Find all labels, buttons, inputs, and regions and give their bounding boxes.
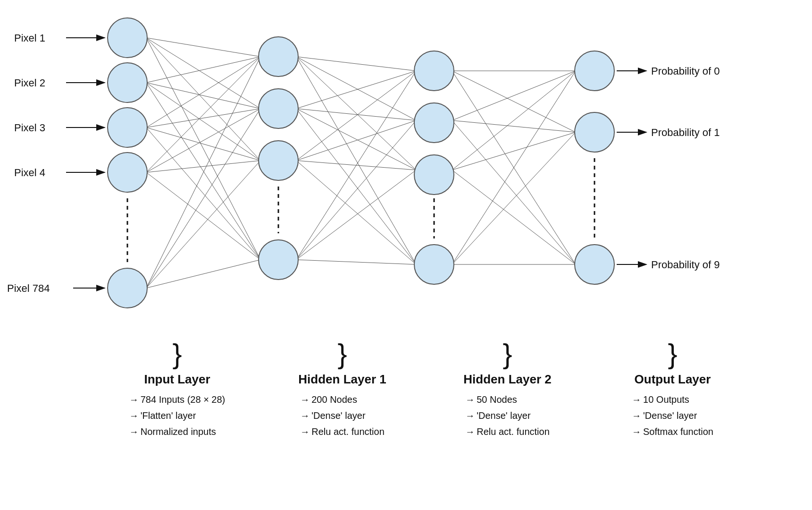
svg-line-32: [296, 161, 416, 264]
hl2-title: Hidden Layer 2: [463, 372, 551, 387]
hl2-items: →50 Nodes →'Dense' layer →Relu act. func…: [465, 391, 550, 440]
svg-line-22: [296, 57, 416, 120]
svg-line-3: [146, 38, 260, 161]
svg-line-23: [296, 57, 416, 170]
hl2-item-3: →Relu act. function: [465, 424, 550, 440]
pixel-2-label: Pixel 2: [14, 77, 45, 89]
output-item-1: →10 Outputs: [632, 391, 713, 408]
svg-line-12: [146, 128, 260, 260]
output-layer-title: Output Layer: [635, 372, 711, 387]
network-diagram: Pixel 1 Pixel 2 Pixel 3 Pixel 4 Pixel 78…: [0, 0, 812, 340]
output-layer-items: →10 Outputs →'Dense' layer →Softmax func…: [632, 391, 713, 440]
svg-line-43: [452, 71, 576, 170]
hl1-node-1: [259, 37, 298, 76]
output-label-1: Probability of 1: [651, 127, 720, 138]
hl1-item-1: →200 Nodes: [300, 391, 385, 408]
svg-line-45: [452, 170, 576, 264]
input-node-2: [108, 63, 147, 102]
svg-line-26: [296, 109, 416, 120]
svg-line-13: [146, 57, 260, 172]
svg-line-18: [146, 109, 260, 288]
svg-line-36: [296, 260, 416, 264]
hl2-item-1: →50 Nodes: [465, 391, 550, 408]
svg-line-21: [296, 57, 416, 71]
output-node-1: [575, 112, 614, 152]
output-node-9: [575, 245, 614, 284]
svg-line-19: [146, 161, 260, 288]
svg-line-44: [452, 132, 576, 170]
svg-line-9: [146, 57, 260, 128]
svg-line-15: [146, 161, 260, 172]
svg-line-6: [146, 83, 260, 109]
input-node-3: [108, 108, 147, 147]
input-brace: }: [172, 340, 182, 368]
hl2-node-2: [414, 103, 454, 143]
svg-line-29: [296, 71, 416, 161]
svg-line-1: [146, 38, 260, 57]
output-node-0: [575, 51, 614, 91]
hl1-node-3: [259, 141, 298, 180]
svg-line-5: [146, 57, 260, 83]
pixel-4-label: Pixel 4: [14, 167, 45, 178]
svg-line-40: [452, 71, 576, 120]
hl1-item-2: →'Dense' layer: [300, 408, 385, 424]
hl2-node-4: [414, 245, 454, 284]
svg-line-41: [452, 120, 576, 132]
svg-line-33: [296, 71, 416, 260]
svg-line-35: [296, 170, 416, 260]
hl1-title: Hidden Layer 1: [298, 372, 386, 387]
svg-line-11: [146, 128, 260, 161]
input-layer-items: →784 Inputs (28 × 28) →'Flatten' layer →…: [129, 391, 226, 440]
svg-line-28: [296, 109, 416, 264]
braces-row: } Input Layer →784 Inputs (28 × 28) →'Fl…: [95, 340, 755, 440]
input-node-4: [108, 153, 147, 192]
hl2-column: } Hidden Layer 2 →50 Nodes →'Dense' laye…: [435, 340, 581, 440]
svg-line-42: [452, 120, 576, 264]
hl1-column: } Hidden Layer 1 →200 Nodes →'Dense' lay…: [269, 340, 416, 440]
svg-line-16: [146, 172, 260, 260]
output-item-3: →Softmax function: [632, 424, 713, 440]
input-node-784: [108, 268, 147, 308]
input-item-3: →Normalized inputs: [129, 424, 226, 440]
hl2-brace: }: [502, 340, 512, 368]
main-container: Pixel 1 Pixel 2 Pixel 3 Pixel 4 Pixel 78…: [0, 0, 812, 510]
hl1-brace: }: [337, 340, 347, 368]
input-node-1: [108, 18, 147, 58]
svg-line-47: [452, 132, 576, 264]
hl1-node-2: [259, 89, 298, 128]
output-layer-column: } Output Layer →10 Outputs →'Dense' laye…: [600, 340, 746, 440]
output-brace: }: [668, 340, 677, 368]
svg-line-2: [146, 38, 260, 109]
svg-line-17: [146, 57, 260, 288]
svg-line-38: [452, 71, 576, 132]
pixel-784-label: Pixel 784: [7, 282, 50, 294]
pixel-3-label: Pixel 3: [14, 122, 45, 134]
svg-line-25: [296, 71, 416, 109]
output-label-9: Probability of 9: [651, 259, 720, 271]
hl1-items: →200 Nodes →'Dense' layer →Relu act. fun…: [300, 391, 385, 440]
input-layer-column: } Input Layer →784 Inputs (28 × 28) →'Fl…: [104, 340, 251, 440]
hl1-node-4: [259, 240, 298, 280]
hl2-node-3: [414, 155, 454, 195]
input-item-2: →'Flatten' layer: [129, 408, 226, 424]
svg-line-30: [296, 120, 416, 161]
bottom-section: } Input Layer →784 Inputs (28 × 28) →'Fl…: [0, 335, 812, 510]
svg-line-20: [146, 260, 260, 288]
svg-line-8: [146, 83, 260, 260]
hl2-item-2: →'Dense' layer: [465, 408, 550, 424]
input-layer-title: Input Layer: [144, 372, 210, 387]
pixel-1-label: Pixel 1: [14, 32, 45, 44]
hl2-node-1: [414, 51, 454, 91]
output-label-0: Probability of 0: [651, 65, 720, 77]
svg-line-34: [296, 120, 416, 260]
hl1-item-3: →Relu act. function: [300, 424, 385, 440]
input-item-1: →784 Inputs (28 × 28): [129, 391, 226, 408]
output-item-2: →'Dense' layer: [632, 408, 713, 424]
